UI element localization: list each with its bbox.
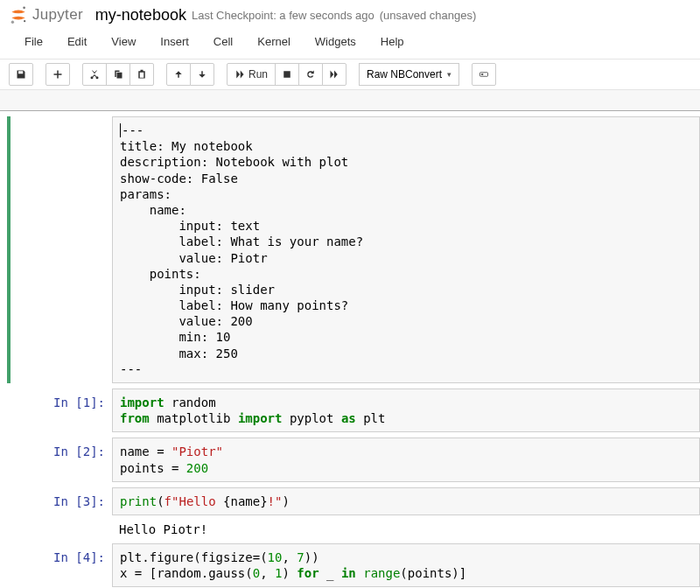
svg-rect-5 [481, 74, 483, 75]
svg-rect-4 [480, 73, 488, 77]
cut-button[interactable] [82, 63, 107, 86]
cell-raw-0[interactable]: --- title: My notebook description: Note… [7, 116, 700, 383]
restart-run-all-button[interactable] [322, 63, 346, 86]
cell-code-1[interactable]: In [1]: import random from matplotlib im… [10, 388, 700, 432]
logo-text: Jupyter [32, 6, 83, 24]
run-label: Run [248, 68, 268, 80]
menu-widgets[interactable]: Widgets [303, 32, 368, 52]
svg-point-2 [24, 20, 25, 22]
prompt-in-1: In [1]: [10, 388, 112, 432]
header: Jupyter my-notebook Last Checkpoint: a f… [0, 0, 700, 28]
checkpoint-text: Last Checkpoint: a few seconds ago [192, 9, 374, 22]
run-button[interactable]: Run [227, 63, 276, 86]
jupyter-icon [9, 5, 28, 24]
svg-point-1 [11, 21, 14, 24]
copy-button[interactable] [106, 63, 130, 86]
jupyter-logo[interactable]: Jupyter [9, 5, 83, 24]
menubar: File Edit View Insert Cell Kernel Widget… [0, 28, 700, 60]
menu-view[interactable]: View [99, 32, 148, 52]
notebook-area: --- title: My notebook description: Note… [0, 116, 700, 588]
menu-kernel[interactable]: Kernel [245, 32, 303, 52]
output-3: Hello Piotr! [112, 515, 700, 538]
interrupt-button[interactable] [275, 63, 299, 86]
move-down-button[interactable] [190, 63, 214, 86]
celltype-select[interactable]: Raw NBConvert [359, 63, 459, 86]
unsaved-text: (unsaved changes) [380, 9, 477, 22]
toolbar: Run Raw NBConvert [0, 60, 700, 90]
code-input-2[interactable]: name = "Piotr" points = 200 [112, 438, 700, 481]
code-input-4[interactable]: plt.figure(figsize=(10, 7)) x = [random.… [112, 543, 700, 587]
restart-button[interactable] [298, 63, 323, 86]
menu-help[interactable]: Help [368, 32, 416, 52]
menu-file[interactable]: File [12, 32, 55, 52]
move-up-button[interactable] [166, 63, 191, 86]
save-button[interactable] [9, 63, 33, 86]
svg-point-0 [23, 6, 25, 9]
command-palette-button[interactable] [472, 63, 496, 86]
code-input-1[interactable]: import random from matplotlib import pyp… [112, 388, 700, 432]
prompt-out-3 [10, 515, 112, 538]
code-input-3[interactable]: print(f"Hello {name}!") [112, 487, 700, 515]
menu-cell[interactable]: Cell [201, 32, 245, 52]
menu-edit[interactable]: Edit [55, 32, 99, 52]
cell-code-2[interactable]: In [2]: name = "Piotr" points = 200 [10, 438, 700, 481]
output-row-3: Hello Piotr! [10, 515, 700, 538]
prompt-empty [10, 116, 112, 383]
cell-code-3[interactable]: In [3]: print(f"Hello {name}!") [10, 487, 700, 515]
add-cell-button[interactable] [46, 63, 70, 86]
raw-cell-input[interactable]: --- title: My notebook description: Note… [112, 116, 700, 383]
prompt-in-4: In [4]: [10, 543, 112, 587]
notebook-name[interactable]: my-notebook [95, 6, 186, 24]
menu-insert[interactable]: Insert [148, 32, 201, 52]
cell-code-4[interactable]: In [4]: plt.figure(figsize=(10, 7)) x = … [10, 543, 700, 587]
notebook-spacer [0, 90, 700, 111]
prompt-in-3: In [3]: [10, 487, 112, 515]
prompt-in-2: In [2]: [10, 438, 112, 481]
svg-rect-3 [284, 71, 290, 78]
paste-button[interactable] [130, 63, 154, 86]
